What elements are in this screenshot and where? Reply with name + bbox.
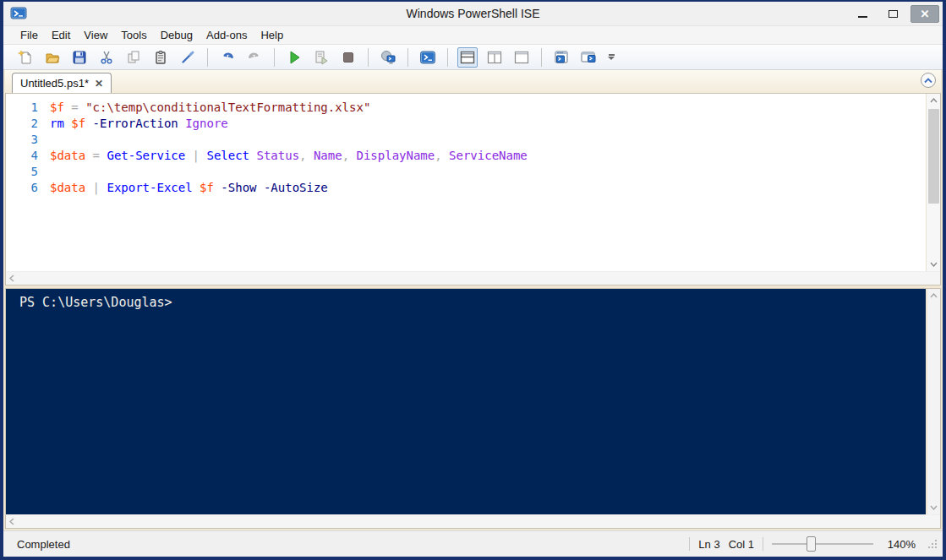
- menu-add-ons[interactable]: Add-ons: [200, 27, 254, 43]
- scroll-down-icon[interactable]: [927, 501, 940, 514]
- zoom-level: 140%: [882, 538, 916, 551]
- new-script-button[interactable]: [15, 47, 36, 68]
- copy-icon: [126, 50, 141, 65]
- resize-grip-icon[interactable]: [927, 539, 938, 549]
- redo-icon: [247, 50, 262, 65]
- cursor-line: Ln 3: [698, 538, 719, 551]
- zoom-slider-thumb[interactable]: [807, 536, 816, 552]
- show-script-pane-right-button[interactable]: [484, 47, 505, 68]
- stop-operation-icon: [341, 50, 356, 65]
- console-prompt: PS C:\Users\Douglas>: [19, 295, 172, 310]
- toolbar-separator: [447, 48, 448, 67]
- show-command-window-button[interactable]: [551, 47, 571, 68]
- toolbar-separator: [368, 48, 369, 67]
- menu-view[interactable]: View: [77, 27, 114, 43]
- paste-button[interactable]: [150, 47, 171, 68]
- line-number: 6: [6, 180, 50, 196]
- run-script-button[interactable]: [284, 47, 304, 68]
- toolbar: [3, 44, 943, 70]
- toolbar-overflow-icon: [609, 54, 615, 56]
- undo-button[interactable]: [217, 47, 238, 68]
- menu-bar: File Edit View Tools Debug Add-ons Help: [3, 25, 943, 44]
- zoom-slider[interactable]: [772, 536, 873, 552]
- code-line: 5: [6, 164, 926, 180]
- chevron-up-circle-icon: [924, 78, 932, 84]
- window-title: Windows PowerShell ISE: [3, 7, 943, 20]
- menu-tools[interactable]: Tools: [114, 27, 153, 43]
- powershell-ise-window: Windows PowerShell ISE ✕ File Edit View …: [0, 0, 946, 560]
- cursor-column: Col 1: [729, 538, 754, 551]
- script-editor[interactable]: 1$f = "c:\temp\conditionalTextFormatting…: [6, 94, 926, 271]
- maximize-button[interactable]: [880, 5, 905, 22]
- console-horizontal-scrollbar[interactable]: [6, 514, 940, 528]
- toolbar-separator: [274, 48, 275, 67]
- code-line: 4$data = Get-Service | Select Status, Na…: [6, 148, 926, 164]
- client-area: Untitled5.ps1* ✕ 1$f = "c:\temp\conditio…: [3, 70, 943, 530]
- clear-console-button[interactable]: [178, 47, 198, 68]
- console-pane: PS C:\Users\Douglas>: [5, 288, 941, 529]
- undo-icon: [220, 50, 235, 65]
- scroll-up-icon[interactable]: [927, 289, 940, 302]
- run-script-icon: [287, 50, 302, 65]
- new-remote-powershell-tab-button[interactable]: [378, 47, 398, 68]
- menu-edit[interactable]: Edit: [45, 27, 77, 43]
- new-remote-powershell-tab-icon: [380, 50, 396, 65]
- open-button[interactable]: [42, 47, 63, 68]
- save-button[interactable]: [69, 47, 90, 68]
- cut-button[interactable]: [96, 47, 117, 68]
- scroll-down-icon[interactable]: [927, 258, 940, 271]
- paste-icon: [153, 50, 168, 65]
- status-separator: [689, 537, 690, 551]
- console-vertical-scrollbar[interactable]: [926, 289, 940, 514]
- tab-close-icon[interactable]: ✕: [95, 78, 103, 90]
- start-powershell-button[interactable]: [418, 47, 438, 68]
- line-number: 1: [6, 100, 50, 116]
- line-number: 2: [6, 116, 50, 132]
- menu-help[interactable]: Help: [254, 27, 290, 43]
- clear-console-icon: [180, 50, 195, 65]
- tab-label: Untitled5.ps1*: [20, 77, 89, 90]
- script-editor-pane: 1$f = "c:\temp\conditionalTextFormatting…: [5, 93, 941, 285]
- minimize-icon: [858, 16, 867, 18]
- open-powershell-window-button[interactable]: [578, 47, 599, 68]
- show-script-pane-top-button[interactable]: [457, 47, 478, 68]
- menu-debug[interactable]: Debug: [154, 27, 200, 43]
- redo-button[interactable]: [244, 47, 265, 68]
- show-script-pane-maximized-button[interactable]: [511, 47, 532, 68]
- open-icon: [45, 50, 60, 65]
- scroll-up-icon[interactable]: [927, 94, 940, 107]
- run-selection-button[interactable]: [311, 47, 331, 68]
- scroll-left-icon[interactable]: [9, 275, 14, 282]
- zoom-slider-track[interactable]: [772, 543, 873, 545]
- collapse-script-pane-button[interactable]: [921, 73, 936, 88]
- status-bar: Completed Ln 3 Col 1 140%: [3, 530, 943, 557]
- close-icon: ✕: [921, 8, 930, 19]
- editor-scrollbar-thumb[interactable]: [928, 109, 939, 204]
- show-script-pane-maximized-icon: [514, 51, 529, 64]
- console-output[interactable]: PS C:\Users\Douglas>: [6, 289, 926, 514]
- status-separator: [763, 537, 763, 551]
- run-selection-icon: [314, 50, 329, 65]
- scroll-left-icon[interactable]: [9, 518, 14, 525]
- toolbar-overflow-button[interactable]: [605, 47, 617, 68]
- tab-strip: Untitled5.ps1* ✕: [5, 70, 941, 93]
- toolbar-separator: [407, 48, 408, 67]
- maximize-icon: [889, 10, 898, 18]
- open-powershell-window-icon: [580, 50, 597, 65]
- tab-untitled5[interactable]: Untitled5.ps1* ✕: [12, 73, 112, 93]
- new-script-icon: [18, 50, 33, 65]
- code-line: 3: [6, 132, 926, 148]
- title-bar: Windows PowerShell ISE ✕: [3, 2, 943, 25]
- start-powershell-icon: [419, 50, 436, 65]
- toolbar-separator: [207, 48, 208, 67]
- save-icon: [72, 50, 87, 65]
- editor-horizontal-scrollbar[interactable]: [6, 271, 940, 285]
- minimize-button[interactable]: [850, 5, 875, 22]
- show-command-window-icon: [553, 50, 570, 65]
- editor-vertical-scrollbar[interactable]: [926, 94, 940, 271]
- menu-file[interactable]: File: [14, 27, 45, 43]
- stop-operation-button[interactable]: [338, 47, 358, 68]
- code-line: 1$f = "c:\temp\conditionalTextFormatting…: [6, 100, 926, 116]
- close-button[interactable]: ✕: [910, 5, 939, 23]
- copy-button[interactable]: [123, 47, 144, 68]
